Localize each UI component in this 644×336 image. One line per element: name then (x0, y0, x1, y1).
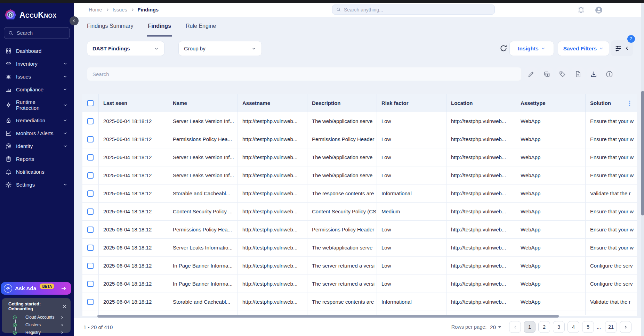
saved-filters-label: Saved Filters (563, 46, 597, 52)
cell-risk: Medium (377, 203, 446, 220)
prev-page-button[interactable] (509, 321, 521, 333)
row-checkbox[interactable] (87, 245, 94, 251)
download-button[interactable] (587, 67, 600, 81)
sidebar-collapse-button[interactable] (70, 16, 79, 25)
cell-name: Permissions Policy Hea... (168, 130, 238, 148)
refresh-icon[interactable] (499, 44, 508, 52)
sidebar-item-issues[interactable]: Issues (0, 70, 74, 83)
row-checkbox[interactable] (87, 281, 94, 287)
sidebar-item-remediation[interactable]: Remediation (0, 114, 74, 127)
rows-per-page-select[interactable]: 20 (490, 324, 501, 330)
column-header-location[interactable]: Location (446, 94, 516, 112)
chevron-right-icon (60, 315, 64, 319)
column-settings-button[interactable] (626, 94, 633, 112)
row-checkbox[interactable] (87, 227, 94, 233)
notifications-bell-icon[interactable] (577, 6, 585, 14)
table-row[interactable]: 2025-06-04 18:18:12Permissions Policy He… (82, 130, 637, 148)
column-header-description[interactable]: Description (307, 94, 377, 112)
sidebar-item-compliance[interactable]: Compliance (0, 83, 74, 96)
chevron-right-icon (130, 8, 135, 12)
column-header-last-seen[interactable]: Last seen (98, 94, 168, 112)
sidebar-item-identity[interactable]: Identity (0, 140, 74, 153)
cell-risk: Low (377, 148, 446, 166)
findings-type-select[interactable]: DAST Findings (87, 41, 164, 56)
add-file-button[interactable] (571, 67, 585, 81)
table-row[interactable]: 2025-06-04 18:18:12Permissions Policy He… (82, 221, 637, 239)
close-icon[interactable] (62, 304, 67, 309)
global-search-input[interactable]: Search anything... (332, 5, 495, 15)
tab-bar: Findings SummaryFindingsRule Engine (86, 17, 217, 36)
edit-button[interactable] (524, 67, 538, 81)
sidebar-search-input[interactable]: Search (4, 27, 70, 39)
sidebar-item-runtime-protection[interactable]: Runtime Protection (0, 96, 74, 114)
column-header-assetname[interactable]: Assetname (238, 94, 307, 112)
breadcrumb-issues[interactable]: Issues (113, 7, 127, 13)
cell-last-seen: 2025-06-04 18:18:12 (98, 112, 168, 130)
column-header-label: Last seen (103, 100, 127, 106)
sidebar-item-reports[interactable]: Reports (0, 153, 74, 165)
horizontal-scrollbar[interactable] (97, 315, 559, 318)
table-row[interactable]: 2025-06-04 18:18:12Storable and Cacheabl… (82, 293, 637, 311)
cell-assettype: WebApp (516, 130, 585, 148)
filter-panel-toggle[interactable] (611, 40, 633, 56)
alert-button[interactable] (603, 67, 616, 81)
duplicate-button[interactable] (540, 67, 553, 81)
cell-name: Storable and Cacheabl... (168, 293, 238, 311)
vertical-scrollbar-thumb[interactable] (641, 91, 644, 215)
cell-risk: Low (377, 275, 446, 293)
select-all-checkbox[interactable] (87, 100, 94, 106)
cell-risk: Low (377, 257, 446, 274)
row-checkbox[interactable] (87, 136, 94, 142)
table-row[interactable]: 2025-06-04 18:18:12Server Leaks Version … (82, 166, 637, 185)
sidebar-item-settings[interactable]: Settings (0, 178, 74, 191)
table-row[interactable]: 2025-06-04 18:18:12Server Leaks Version … (82, 112, 637, 130)
insights-button[interactable]: Insights (509, 41, 554, 56)
sidebar-item-notifications[interactable]: Notifications (0, 165, 74, 178)
ask-ada-label: Ask Ada (15, 285, 36, 292)
tag-button[interactable] (556, 67, 569, 81)
tab-findings[interactable]: Findings (147, 17, 172, 36)
table-row[interactable]: 2025-06-04 18:18:12Server Leaks Version … (82, 148, 637, 166)
onboarding-step-registry[interactable]: Registry (5, 329, 67, 336)
row-checkbox[interactable] (87, 172, 94, 179)
page-button-3[interactable]: 3 (553, 321, 565, 333)
page-button-21[interactable]: 21 (605, 321, 617, 333)
beta-badge: BETA (40, 284, 54, 289)
vertical-scrollbar-track[interactable] (641, 3, 644, 336)
table-row[interactable]: 2025-06-04 18:18:12Storable and Cacheabl… (82, 185, 637, 203)
table-row[interactable]: 2025-06-04 18:18:12In Page Banner Inform… (82, 257, 637, 275)
column-header-assettype[interactable]: Assettype (516, 94, 585, 112)
tab-rule-engine[interactable]: Rule Engine (185, 17, 217, 36)
user-avatar-icon[interactable] (595, 6, 603, 14)
next-page-button[interactable] (620, 321, 631, 333)
page-button-2[interactable]: 2 (538, 321, 550, 333)
row-checkbox[interactable] (87, 154, 94, 161)
table-search-input[interactable]: Search (87, 67, 522, 81)
ask-ada-button[interactable]: Ask Ada BETA (1, 282, 71, 295)
column-header-name[interactable]: Name (168, 94, 238, 112)
sidebar-item-monitors-alerts[interactable]: Monitors / Alerts (0, 127, 74, 140)
tab-findings-summary[interactable]: Findings Summary (86, 17, 134, 36)
table-row[interactable]: 2025-06-04 18:18:12In Page Banner Inform… (82, 275, 637, 293)
row-checkbox[interactable] (87, 208, 94, 215)
table-row[interactable]: 2025-06-04 18:18:12Content Security Poli… (82, 203, 637, 221)
page-button-4[interactable]: 4 (567, 321, 579, 333)
row-checkbox[interactable] (87, 190, 94, 197)
onboarding-step-cloud-accounts[interactable]: Cloud Accounts (5, 313, 67, 321)
chevron-down-icon (62, 103, 69, 107)
row-checkbox[interactable] (87, 299, 94, 305)
sidebar-item-inventory[interactable]: Inventory (0, 57, 74, 70)
table-row[interactable]: 2025-06-04 18:18:12Server Leaks Informat… (82, 239, 637, 257)
breadcrumb-home[interactable]: Home (89, 7, 102, 13)
sidebar-item-dashboard[interactable]: Dashboard (0, 44, 74, 57)
inventory-icon (5, 60, 12, 67)
page-button-5[interactable]: 5 (582, 321, 594, 333)
onboarding-step-clusters[interactable]: Clusters (5, 321, 67, 329)
row-checkbox[interactable] (87, 263, 94, 269)
group-by-select[interactable]: Group by (178, 41, 262, 56)
saved-filters-button[interactable]: Saved Filters (558, 41, 609, 56)
column-header-risk-factor[interactable]: Risk factor (377, 94, 446, 112)
page-button-1[interactable]: 1 (524, 321, 536, 333)
tab-label: Findings Summary (87, 23, 133, 29)
row-checkbox[interactable] (87, 118, 94, 124)
